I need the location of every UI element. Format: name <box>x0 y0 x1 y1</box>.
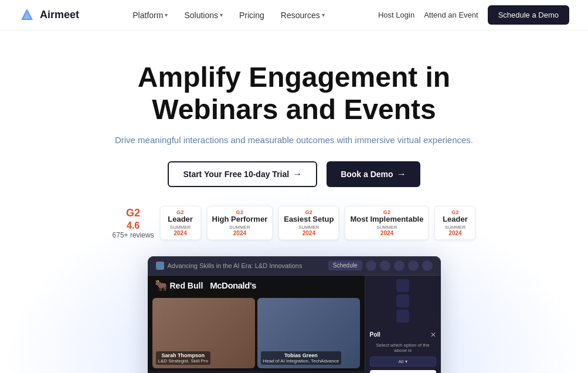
demo-icon-2 <box>380 260 390 271</box>
demo-screenshot: Advancing Skills in the AI Era: L&D Inno… <box>148 256 441 373</box>
video-speaker-1: Sarah Thompson L&D Strategist, Skill Pro <box>152 298 255 368</box>
g2-logo: G2 <box>126 207 140 219</box>
nav-right: Host Login Attend an Event Schedule a De… <box>378 5 569 25</box>
arrow-right-icon: → <box>293 169 302 179</box>
hero-subtext: Drive meaningful interactions and measur… <box>12 135 576 145</box>
poll-close-button[interactable]: ✕ <box>430 331 436 339</box>
sidebar-icons <box>365 276 441 326</box>
poll-header: Poll ✕ <box>370 331 436 339</box>
speaker1-label: Sarah Thompson L&D Strategist, Skill Pro <box>156 351 210 365</box>
nav-pricing[interactable]: Pricing <box>239 11 264 20</box>
video-grid: Sarah Thompson L&D Strategist, Skill Pro… <box>148 296 365 371</box>
nav-links: Platform ▾ Solutions ▾ Pricing Resources… <box>132 11 324 20</box>
redbull-logo: 🐂 Red Bull <box>155 279 203 292</box>
demo-icon-3 <box>394 260 405 271</box>
redbull-text: Red Bull <box>170 281 203 290</box>
ticker-bar: Skill Development in the Age of AI: Embr… <box>148 371 365 373</box>
hero-cta-buttons: Start Your Free 10-day Trial → Book a De… <box>12 161 576 187</box>
g2-badge-leader: G2 Leader SUMMER 2024 <box>160 206 201 239</box>
demo-body: 🐂 Red Bull McDonald's Sarah Thompson L&D… <box>148 276 441 373</box>
demo-bar-controls: Schedule <box>328 260 433 271</box>
g2-badges-row: G2 4.6 675+ reviews G2 Leader SUMMER 202… <box>12 206 576 239</box>
demo-session-icon <box>156 262 164 270</box>
demo-topbar: Advancing Skills in the AI Era: L&D Inno… <box>148 256 441 276</box>
redbull-icon: 🐂 <box>155 279 168 292</box>
demo-icon-row <box>366 260 433 271</box>
trial-button[interactable]: Start Your Free 10-day Trial → <box>168 161 317 187</box>
schedule-button[interactable]: Schedule <box>328 260 362 270</box>
poll-question: Select which option of the above is <box>370 343 436 353</box>
g2-badge-high-performer: G2 High Performer SUMMER 2024 <box>207 206 273 239</box>
g2-rating: G2 4.6 675+ reviews <box>113 207 154 239</box>
airmeet-logo-icon <box>19 7 35 23</box>
hero-section: Amplify Engagement in Webinars and Event… <box>0 30 588 373</box>
nav-platform[interactable]: Platform ▾ <box>132 11 168 20</box>
nav-solutions[interactable]: Solutions ▾ <box>184 11 223 20</box>
demo-session-info: Advancing Skills in the AI Era: L&D Inno… <box>156 262 303 270</box>
mcdonalds-logo: McDonald's <box>210 280 256 290</box>
arrow-right-icon: → <box>397 169 406 179</box>
chevron-down-icon: ▾ <box>322 12 325 18</box>
logo-text: Airmeet <box>40 9 79 21</box>
demo-icon-5 <box>422 260 433 271</box>
sidebar-icon-2 <box>396 294 409 307</box>
poll-title: Poll <box>370 331 380 338</box>
g2-badge-leader-2: G2 Leader SUMMER 2024 <box>434 206 475 239</box>
demo-icon-4 <box>408 260 419 271</box>
chevron-down-icon: ▾ <box>220 12 223 18</box>
sidebar-icon-1 <box>396 279 409 292</box>
attend-event-link[interactable]: Attend an Event <box>424 11 478 19</box>
sidebar-icon-3 <box>396 310 409 323</box>
g2-badge-most-implementable: G2 Most Implementable SUMMER 2024 <box>345 206 429 239</box>
video-speaker-2: Tobias Green Head of AI Integration, Tec… <box>257 298 360 368</box>
demo-sidebar: Poll ✕ Select which option of the above … <box>365 276 441 373</box>
demo-button[interactable]: Book a Demo → <box>327 161 420 187</box>
nav-resources[interactable]: Resources ▾ <box>281 11 325 20</box>
schedule-demo-button[interactable]: Schedule a Demo <box>488 5 569 25</box>
logo[interactable]: Airmeet <box>19 7 79 23</box>
demo-icon-1 <box>366 260 376 271</box>
sponsor-logos-bar: 🐂 Red Bull McDonald's <box>148 276 365 296</box>
poll-panel: Poll ✕ Select which option of the above … <box>365 326 441 373</box>
hero-headline: Amplify Engagement in Webinars and Event… <box>12 61 576 126</box>
poll-dropdown[interactable]: All ▾ <box>370 357 436 367</box>
chevron-down-icon: ▾ <box>165 12 168 18</box>
create-poll-button[interactable]: Create a poll <box>370 370 436 373</box>
host-login-link[interactable]: Host Login <box>378 11 414 19</box>
navbar: Airmeet Platform ▾ Solutions ▾ Pricing R… <box>0 0 588 30</box>
demo-main-area: 🐂 Red Bull McDonald's Sarah Thompson L&D… <box>148 276 365 373</box>
g2-badge-easiest-setup: G2 Easiest Setup SUMMER 2024 <box>278 206 339 239</box>
speaker2-label: Tobias Green Head of AI Integration, Tec… <box>261 351 342 365</box>
